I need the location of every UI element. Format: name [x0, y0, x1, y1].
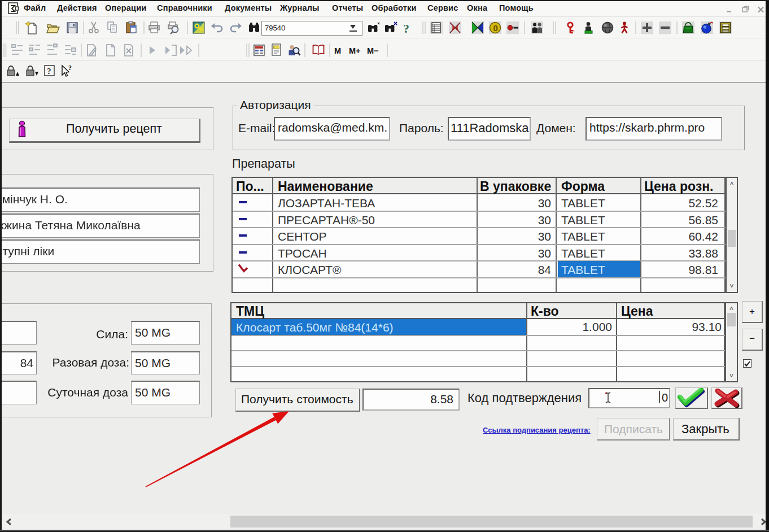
svg-text:0: 0 [493, 23, 497, 33]
svg-text:M+: M+ [349, 46, 361, 55]
svg-text:M−: M− [367, 46, 379, 55]
svg-text:?: ? [68, 64, 72, 72]
svg-text:?: ? [403, 21, 409, 36]
svg-text:?: ? [47, 67, 51, 76]
svg-text:M: M [334, 46, 341, 55]
